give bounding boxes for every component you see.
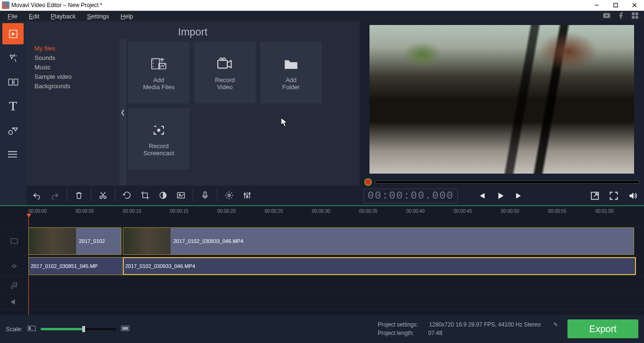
svg-rect-0 (614, 3, 618, 7)
svg-rect-36 (246, 196, 248, 198)
detach-preview-button[interactable] (587, 188, 602, 203)
highlight-button[interactable] (173, 187, 189, 203)
fullscreen-button[interactable] (606, 188, 621, 203)
svg-rect-4 (632, 16, 635, 18)
svg-point-26 (223, 58, 225, 60)
minimize-button[interactable] (587, 0, 606, 10)
delete-button[interactable] (71, 187, 87, 203)
equalizer-button[interactable] (239, 187, 255, 203)
menu-edit[interactable]: Edit (23, 11, 45, 21)
video-clip-2[interactable]: 2017_0102_030933_046.MP4 (123, 227, 634, 255)
undo-button[interactable] (29, 187, 45, 203)
svg-point-34 (228, 194, 231, 197)
export-button[interactable]: Export (567, 319, 638, 338)
tool-filters[interactable] (2, 47, 24, 68)
next-frame-button[interactable] (512, 188, 527, 203)
tile-rec-vid-l2: Video (217, 84, 232, 91)
svg-point-25 (220, 58, 222, 60)
close-button[interactable] (625, 0, 644, 10)
svg-rect-5 (635, 16, 638, 18)
preview-column: 00:00:00.000 (360, 21, 644, 205)
track-body[interactable]: 2017_0102 2017_0102_030933_046.MP4 2017_… (28, 216, 644, 315)
preview-frame[interactable] (369, 25, 634, 174)
cat-backgrounds[interactable]: Backgrounds (34, 82, 120, 91)
import-tiles: AddMedia Files RecordVideo AddFolder Rec… (126, 39, 360, 185)
menu-settings[interactable]: Settings (81, 11, 115, 21)
svg-point-16 (8, 151, 9, 152)
linked-audio-track[interactable]: 2017_0102_030851_045.MP 2017_0102_030933… (28, 256, 644, 276)
tile-record-screencast[interactable]: RecordScreencast (128, 108, 189, 169)
facebook-icon[interactable] (617, 11, 625, 21)
tool-titles[interactable]: T (2, 95, 24, 117)
video-clip-1[interactable]: 2017_0102 (28, 227, 121, 255)
svg-rect-14 (14, 79, 17, 85)
menu-file[interactable]: File (2, 11, 23, 21)
play-button[interactable] (493, 188, 508, 203)
tile-record-video[interactable]: RecordVideo (194, 42, 256, 103)
menu-bar: File Edit Playback Settings Help (0, 11, 644, 21)
rotate-button[interactable] (119, 187, 135, 203)
cat-music[interactable]: Music (34, 63, 120, 72)
tile-add-media[interactable]: AddMedia Files (128, 42, 189, 103)
svg-rect-37 (249, 193, 250, 194)
project-info: Project settings: 1280x720 16:9 29.97 FP… (378, 321, 558, 336)
svg-point-12 (15, 36, 16, 37)
overlay-track[interactable] (28, 216, 644, 226)
video-preview (360, 21, 644, 177)
import-categories: My files Sounds Music Sample video Backg… (26, 39, 120, 185)
cat-sample-video[interactable]: Sample video (34, 72, 120, 82)
scale-slider[interactable] (41, 328, 116, 330)
maximize-button[interactable] (606, 0, 625, 10)
svg-point-40 (13, 265, 16, 268)
scrub-bar[interactable] (376, 181, 639, 184)
svg-point-11 (15, 33, 16, 34)
volume-button[interactable] (625, 188, 640, 203)
title-bar: Movavi Video Editor – New Project * (0, 0, 644, 11)
svg-point-15 (9, 130, 12, 134)
cat-my-files[interactable]: My files (34, 44, 120, 53)
record-indicator-icon (364, 178, 372, 186)
record-voice-button[interactable] (197, 187, 213, 203)
cat-sounds[interactable]: Sounds (34, 53, 120, 63)
music-track-header[interactable] (0, 276, 28, 295)
tool-transitions[interactable] (2, 71, 24, 92)
tool-more[interactable] (2, 143, 24, 165)
svg-point-20 (153, 60, 154, 61)
svg-point-21 (153, 63, 154, 64)
extra-audio-track[interactable] (28, 295, 644, 310)
zoom-out-icon[interactable] (27, 326, 36, 333)
left-toolbar: T (0, 21, 26, 205)
music-track[interactable] (28, 276, 644, 295)
cut-button[interactable] (95, 187, 111, 203)
tile-add-media-l1: Add (153, 76, 164, 84)
video-track[interactable]: 2017_0102 2017_0102_030933_046.MP4 (28, 226, 644, 256)
redo-button[interactable] (47, 187, 63, 203)
color-adjust-button[interactable] (155, 187, 171, 203)
svg-point-22 (153, 66, 154, 67)
tool-callouts[interactable] (2, 119, 24, 141)
audio-clip-2[interactable]: 2017_0102_030933_046.MP4 (123, 257, 636, 275)
transport-bar: 00:00:00.000 (360, 186, 644, 205)
video-track-header[interactable] (0, 226, 28, 256)
crop-button[interactable] (137, 187, 153, 203)
youtube-icon[interactable] (602, 11, 611, 21)
collapse-categories[interactable]: ❮ (120, 39, 126, 185)
gallery-icon[interactable] (631, 11, 639, 21)
timecode-display[interactable]: 00:00:00.000 (363, 189, 458, 203)
menu-help[interactable]: Help (115, 11, 139, 21)
extra-audio-track-header[interactable] (0, 295, 28, 310)
audio-clip-1[interactable]: 2017_0102_030851_045.MP (28, 257, 123, 275)
zoom-in-icon[interactable] (121, 326, 129, 333)
svg-rect-42 (29, 327, 31, 330)
tile-add-folder[interactable]: AddFolder (260, 42, 322, 103)
menu-playback[interactable]: Playback (45, 11, 81, 21)
linked-audio-track-header[interactable] (0, 256, 28, 276)
prev-frame-button[interactable] (474, 188, 489, 203)
svg-point-18 (8, 156, 9, 157)
edit-settings-icon[interactable]: ✎ (553, 321, 558, 328)
clip-properties-button[interactable] (221, 187, 237, 203)
timeline-ruler[interactable]: 00:00:0000:00:0500:00:1000:00:1500:00:20… (0, 206, 644, 216)
tool-import[interactable] (2, 23, 24, 44)
center-column: Import My files Sounds Music Sample vide… (26, 21, 360, 205)
track-headers (0, 216, 28, 315)
